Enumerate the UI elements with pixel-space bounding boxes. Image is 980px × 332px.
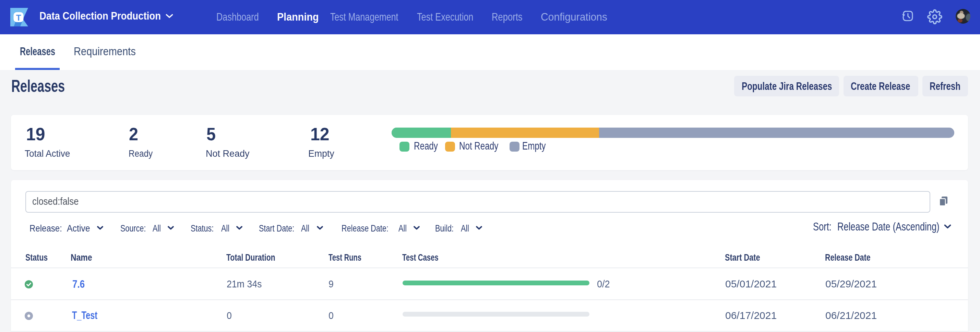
- svg-text:T: T: [16, 13, 21, 22]
